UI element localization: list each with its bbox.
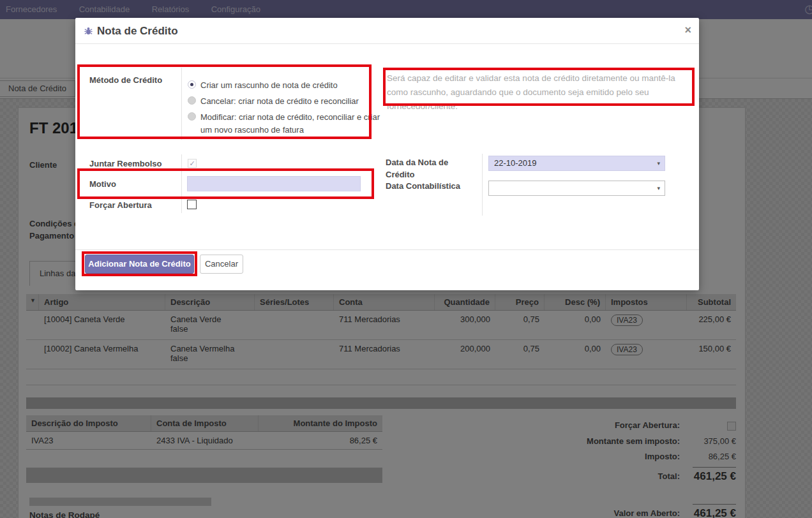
- forcar-abertura-label: Forçar Abertura: [89, 200, 152, 210]
- chevron-down-icon: ▾: [657, 156, 660, 170]
- forcar-abertura-checkbox[interactable]: [187, 200, 197, 209]
- credit-note-date-select[interactable]: 22-10-2019 ▾: [488, 156, 665, 171]
- close-icon[interactable]: ×: [684, 24, 691, 37]
- juntar-reembolso-label: Juntar Reembolso: [89, 159, 162, 168]
- radio-option-label: Criar um rascunho de nota de crédito: [200, 79, 380, 92]
- field-separator: [482, 154, 483, 216]
- radio-option-cancel[interactable]: Cancelar: criar nota de crédito e reconc…: [188, 95, 380, 108]
- bug-icon: [84, 26, 93, 38]
- credit-note-help-text: Será capaz de editar e validar esta nota…: [387, 71, 692, 114]
- dialog-footer-divider: [75, 249, 699, 250]
- credit-method-label: Método de Crédito: [89, 75, 162, 85]
- dialog-header: Nota de Crédito ×: [75, 18, 699, 44]
- add-credit-note-button[interactable]: Adicionar Nota de Crédito: [85, 255, 194, 274]
- radio-option-modify[interactable]: Modificar: criar nota de crédito, reconc…: [188, 111, 380, 137]
- radio-option-label: Modificar: criar nota de crédito, reconc…: [200, 111, 380, 137]
- field-separator: [181, 154, 182, 213]
- dialog-title: Nota de Crédito: [97, 25, 178, 38]
- chevron-down-icon: ▾: [657, 181, 660, 195]
- radio-selected-icon: [188, 80, 196, 89]
- field-separator: [181, 68, 182, 140]
- juntar-reembolso-checkbox[interactable]: ✓: [188, 159, 197, 168]
- credit-note-dialog: Nota de Crédito × Método de Crédito Cria…: [75, 18, 699, 290]
- radio-unselected-icon: [188, 96, 196, 105]
- accounting-date-select[interactable]: ▾: [488, 181, 665, 196]
- cancel-button[interactable]: Cancelar: [200, 255, 243, 274]
- radio-option-draft[interactable]: Criar um rascunho de nota de crédito: [188, 79, 380, 92]
- accounting-date-label: Data Contabilística: [386, 181, 460, 191]
- credit-note-date-label: Data da Nota de Crédito: [386, 156, 470, 181]
- motivo-input[interactable]: [187, 176, 361, 191]
- radio-option-label: Cancelar: criar nota de crédito e reconc…: [200, 95, 380, 108]
- screen: Fornecedores Contabilidade Relatórios Co…: [0, 0, 812, 518]
- credit-note-date-value: 22-10-2019: [494, 158, 537, 168]
- motivo-label: Motivo: [89, 179, 116, 189]
- radio-unselected-icon: [188, 112, 196, 121]
